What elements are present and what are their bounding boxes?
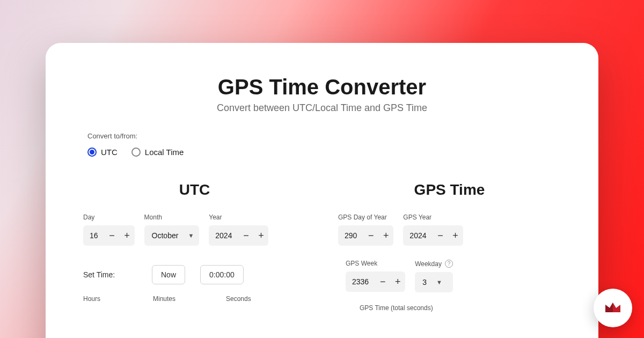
utc-day-field: Day 16 − + <box>83 214 135 246</box>
gps-weekday-value: 3 <box>422 278 427 286</box>
utc-year-value: 2024 <box>209 225 238 246</box>
utc-day-value: 16 <box>83 225 105 246</box>
gps-doy-stepper[interactable]: 290 − + <box>338 225 393 246</box>
decrement-button[interactable]: − <box>375 271 390 292</box>
utc-month-value: October <box>152 231 179 240</box>
help-icon[interactable]: ? <box>445 260 453 268</box>
chevron-down-icon: ▼ <box>188 232 194 239</box>
converter-card: GPS Time Converter Convert between UTC/L… <box>46 43 598 338</box>
utc-date-row: Day 16 − + Month October ▼ Year <box>83 214 306 246</box>
utc-year-stepper[interactable]: 2024 − + <box>209 225 268 246</box>
utc-year-field: Year 2024 − + <box>209 214 268 246</box>
gps-row2: GPS Week 2336 − + Weekday ? 3 ▼ <box>338 260 561 292</box>
utc-month-dropdown[interactable]: October ▼ <box>144 225 200 246</box>
now-button[interactable]: Now <box>152 265 185 284</box>
page-title: GPS Time Converter <box>83 75 561 99</box>
increment-button[interactable]: + <box>120 225 135 246</box>
increment-button[interactable]: + <box>378 225 393 246</box>
gps-week-stepper[interactable]: 2336 − + <box>346 271 405 292</box>
hours-label: Hours <box>83 295 153 303</box>
decrement-button[interactable]: − <box>105 225 120 246</box>
brand-fab[interactable] <box>594 289 632 327</box>
utc-title: UTC <box>83 181 306 199</box>
gps-column: GPS Time GPS Day of Year 290 − + GPS Yea… <box>338 181 561 312</box>
set-time-row: Set Time: Now 0:00:00 <box>83 265 306 284</box>
gps-doy-label: GPS Day of Year <box>338 214 393 221</box>
gps-doy-field: GPS Day of Year 290 − + <box>338 214 393 246</box>
gps-year-field: GPS Year 2024 − + <box>403 214 463 246</box>
page-subtitle: Convert between UTC/Local Time and GPS T… <box>83 102 561 114</box>
gps-total-seconds-label: GPS Time (total seconds) <box>338 304 561 312</box>
gps-doy-value: 290 <box>338 225 363 246</box>
decrement-button[interactable]: − <box>238 225 253 246</box>
radio-icon <box>131 148 141 157</box>
utc-month-field: Month October ▼ <box>144 214 200 246</box>
gps-year-stepper[interactable]: 2024 − + <box>403 225 463 246</box>
convert-mode-section: Convert to/from: UTC Local Time <box>83 132 561 157</box>
radio-local-label: Local Time <box>145 148 184 157</box>
seconds-label: Seconds <box>226 295 251 303</box>
increment-button[interactable]: + <box>390 271 405 292</box>
radio-utc-label: UTC <box>101 148 118 157</box>
radio-local[interactable]: Local Time <box>131 148 184 157</box>
zero-time-button[interactable]: 0:00:00 <box>200 265 244 284</box>
gps-weekday-label-wrap: Weekday ? <box>415 260 453 268</box>
radio-icon <box>87 148 97 157</box>
crown-icon <box>602 297 624 319</box>
utc-time-labels: Hours Minutes Seconds <box>83 295 306 303</box>
gps-week-value: 2336 <box>346 271 375 292</box>
utc-day-label: Day <box>83 214 135 221</box>
increment-button[interactable]: + <box>448 225 463 246</box>
columns: UTC Day 16 − + Month October ▼ <box>83 181 561 312</box>
utc-year-label: Year <box>209 214 268 221</box>
gps-row1: GPS Day of Year 290 − + GPS Year 2024 − … <box>338 214 561 246</box>
minutes-label: Minutes <box>153 295 226 303</box>
utc-column: UTC Day 16 − + Month October ▼ <box>83 181 306 312</box>
utc-day-stepper[interactable]: 16 − + <box>83 225 135 246</box>
convert-mode-label: Convert to/from: <box>87 132 561 140</box>
gps-week-field: GPS Week 2336 − + <box>346 260 405 292</box>
gps-weekday-field: Weekday ? 3 ▼ <box>415 260 453 292</box>
convert-mode-radio-group: UTC Local Time <box>87 148 561 157</box>
increment-button[interactable]: + <box>253 225 268 246</box>
gps-year-label: GPS Year <box>403 214 463 221</box>
radio-utc[interactable]: UTC <box>87 148 118 157</box>
gps-weekday-label: Weekday <box>415 260 442 268</box>
gps-year-value: 2024 <box>403 225 433 246</box>
utc-month-label: Month <box>144 214 200 221</box>
set-time-label: Set Time: <box>83 270 137 279</box>
gps-title: GPS Time <box>338 181 561 199</box>
decrement-button[interactable]: − <box>433 225 448 246</box>
gps-week-label: GPS Week <box>346 260 405 267</box>
chevron-down-icon: ▼ <box>436 279 442 285</box>
gps-weekday-dropdown[interactable]: 3 ▼ <box>415 272 453 292</box>
decrement-button[interactable]: − <box>363 225 378 246</box>
